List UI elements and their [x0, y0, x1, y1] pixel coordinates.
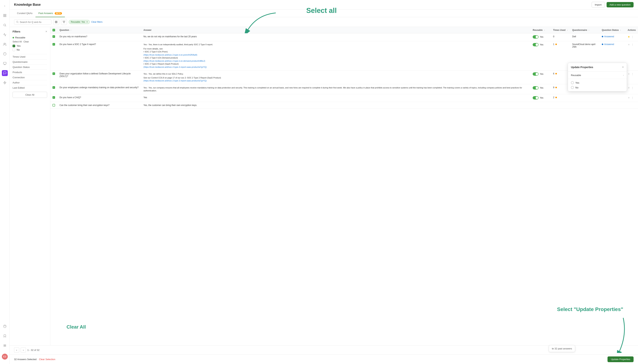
actions-cell: ★ ⋮	[625, 34, 638, 41]
star-button[interactable]: ★	[628, 43, 630, 46]
filter-bar: Reusable: Yes × Clear filters	[10, 17, 638, 27]
row-checkbox[interactable]	[53, 96, 55, 99]
tab-curated[interactable]: Curated Q&As	[14, 10, 36, 17]
settings-icon[interactable]	[2, 342, 8, 348]
clear-all-button[interactable]: Clear All	[13, 92, 47, 98]
more-options-button[interactable]: ⋮	[631, 73, 633, 75]
reusable-panel-label: Reusable	[571, 74, 581, 76]
help-icon[interactable]	[2, 324, 8, 329]
row-checkbox[interactable]	[53, 104, 55, 106]
sdlc-saas-link[interactable]: (https://trust.mediacore.ai/d/soc-2-type…	[143, 80, 207, 82]
filter-icon-button[interactable]	[61, 19, 67, 25]
beta-badge: BETA	[55, 12, 62, 14]
tab-past-answers[interactable]: Past Answers BETA	[36, 10, 65, 17]
row-checkbox[interactable]	[53, 86, 55, 89]
sidebar: › CJ	[0, 0, 10, 364]
reusable-panel-item[interactable]: Reusable ›	[568, 72, 627, 79]
clear-selection-link[interactable]: Clear Selection	[39, 358, 55, 361]
connection-filter[interactable]: Connection	[13, 75, 47, 80]
reusable-toggle[interactable]: Yes	[533, 43, 543, 46]
times-used-cell: 0	[551, 34, 570, 41]
soc2-ondemand-link[interactable]: (https://trust.mediacore.ai/d/soc-2-type…	[143, 60, 205, 62]
content-layout: Filters × Reusable Select All Clear	[10, 27, 638, 345]
add-question-button[interactable]: Add a new question	[606, 2, 633, 8]
home-icon[interactable]	[2, 12, 8, 18]
search-box[interactable]	[14, 20, 51, 25]
grid-view-button[interactable]	[53, 19, 59, 25]
no-option[interactable]: No	[571, 86, 624, 89]
yes-option[interactable]: Yes	[571, 81, 624, 84]
select-all-header[interactable]	[50, 27, 57, 34]
expand-icon[interactable]: ›	[2, 3, 8, 9]
yes-checkbox[interactable]	[13, 45, 15, 47]
clear-filter-link[interactable]: Clear	[24, 40, 29, 43]
select-all-filter-link[interactable]: Select All	[13, 40, 22, 43]
soc2-onprem-link[interactable]: (https://trust.mediacore.ai/d/soc-2-type…	[143, 54, 197, 56]
more-options-button[interactable]: ⋮	[631, 96, 633, 99]
status-header: Question Status ↕	[599, 27, 625, 34]
no-radio[interactable]	[571, 86, 574, 89]
star-button[interactable]: ★	[628, 86, 630, 89]
search-input[interactable]	[20, 21, 49, 24]
times-used-cell: 6	[551, 70, 570, 84]
soc2-saas-link[interactable]: (https://trust.mediacore.ai/d/soc-2-type…	[143, 66, 207, 68]
questionnaire-filter[interactable]: Questionnaire	[13, 59, 47, 64]
row-checkbox[interactable]	[53, 35, 55, 38]
analytics-icon[interactable]	[2, 32, 8, 38]
table-row: Can the customer bring their own encrypt…	[50, 102, 638, 108]
reusable-toggle[interactable]: Yes	[533, 86, 543, 90]
times-used-filter[interactable]: Times Used	[13, 54, 47, 59]
user-avatar[interactable]: CJ	[2, 354, 8, 360]
more-options-button[interactable]: ⋮	[631, 36, 633, 38]
reusable-filter-tag[interactable]: Reusable: Yes ×	[69, 20, 90, 24]
svg-rect-3	[5, 16, 6, 17]
filters-panel: Filters × Reusable Select All Clear	[10, 27, 50, 345]
svg-marker-13	[4, 82, 6, 84]
reusable-toggle[interactable]: Yes	[533, 35, 543, 38]
row-checkbox[interactable]	[53, 43, 55, 46]
star-button[interactable]: ★	[628, 35, 630, 38]
panel-close-button[interactable]: ×	[622, 66, 624, 69]
more-options-button[interactable]: ⋮	[631, 86, 633, 89]
actions-cell: ★ ⋮	[625, 41, 638, 70]
top-header: Knowledge Base Import Add a new question	[10, 0, 638, 10]
products-filter[interactable]: Products	[13, 70, 47, 75]
answer-cell: Yes, the customer can bring their own en…	[141, 102, 530, 108]
reusable-cell: Yes	[530, 84, 551, 94]
reusable-cell: Yes	[530, 34, 551, 41]
svg-rect-2	[4, 16, 5, 17]
answer-cell: Yes	[141, 94, 530, 102]
svg-rect-24	[55, 22, 56, 23]
table-row: Do your employees undergo mandatory trai…	[50, 84, 638, 94]
reusable-toggle[interactable]: Yes	[533, 72, 543, 76]
next-page-button[interactable]: ›	[21, 348, 26, 352]
reusable-toggle[interactable]: Yes	[533, 96, 543, 100]
lists-icon[interactable]	[2, 60, 8, 66]
no-checkbox[interactable]	[13, 48, 15, 51]
question-cell: Do your employees undergo mandatory trai…	[57, 84, 141, 94]
update-properties-button[interactable]: Update Properties	[607, 356, 633, 362]
users-icon[interactable]	[2, 41, 8, 47]
ideas-icon[interactable]	[2, 51, 8, 57]
table-row: Do you have a CAIQ? Yes Yes	[50, 94, 638, 102]
prev-page-button[interactable]: ‹	[14, 348, 19, 352]
actions-cell: ★ ⋮	[625, 94, 638, 102]
integrations-icon[interactable]	[2, 80, 8, 86]
star-button[interactable]: ★	[628, 72, 630, 75]
clear-filters-link[interactable]: Clear filters	[91, 21, 103, 23]
yes-radio[interactable]	[571, 81, 574, 84]
question-status-filter[interactable]: Question Status	[13, 64, 47, 70]
update-properties-panel: Update Properties × Reusable › Yes No	[568, 63, 627, 91]
chat-icon[interactable]	[2, 70, 8, 76]
close-filters-button[interactable]: ×	[46, 30, 47, 33]
question-cell: Do you rely on mainframes?	[57, 34, 141, 41]
bookmark-icon[interactable]	[2, 333, 8, 339]
search-icon[interactable]	[2, 22, 8, 28]
row-checkbox[interactable]	[53, 72, 55, 75]
last-edited-filter[interactable]: Last Edited	[13, 85, 47, 90]
import-button[interactable]: Import	[592, 2, 605, 8]
author-filter[interactable]: Author	[13, 80, 47, 85]
select-all-checkbox[interactable]	[53, 29, 55, 32]
star-button[interactable]: ★	[628, 96, 630, 99]
more-options-button[interactable]: ⋮	[631, 44, 633, 46]
